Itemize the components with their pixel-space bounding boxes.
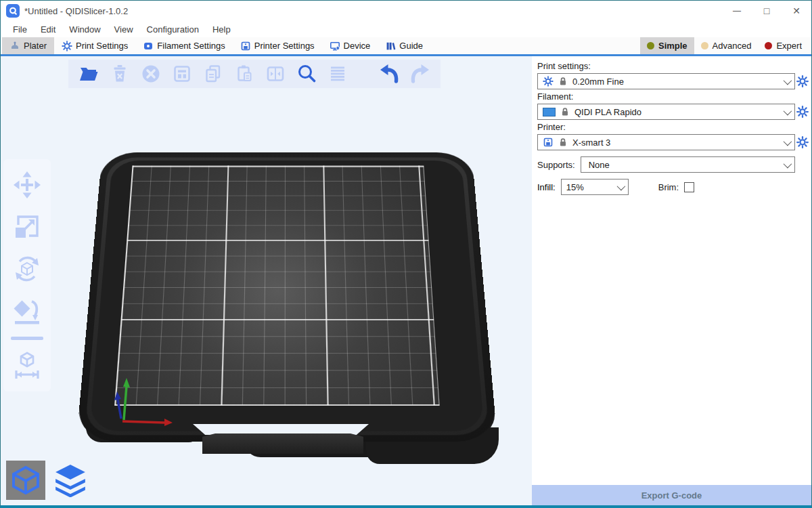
- bed-handle: [202, 433, 363, 454]
- menu-file[interactable]: File: [6, 23, 34, 36]
- advanced-mode-dot: [701, 42, 708, 49]
- editor-3d-view-icon: [9, 464, 42, 496]
- printer-icon: [543, 137, 554, 148]
- menu-view[interactable]: View: [108, 23, 140, 36]
- window-title: *Untitled - QIDISlicer-1.0.2: [24, 6, 128, 16]
- filament-edit-button[interactable]: [795, 106, 810, 118]
- preview-layers-view-button[interactable]: [51, 461, 90, 500]
- close-button[interactable]: ✕: [782, 1, 811, 21]
- chevron-down-icon: [784, 137, 792, 146]
- menu-help[interactable]: Help: [206, 23, 238, 36]
- viewport-toolbar: [68, 60, 441, 88]
- tab-label: Print Settings: [76, 41, 128, 51]
- expert-mode-dot: [765, 42, 772, 49]
- rotate-icon[interactable]: [11, 253, 43, 285]
- print-settings-edit-button[interactable]: [795, 75, 810, 87]
- maximize-button[interactable]: □: [752, 1, 782, 21]
- lock-icon: [558, 77, 568, 86]
- lock-icon: [560, 107, 570, 117]
- filament-value: QIDI PLA Rapido: [574, 107, 779, 117]
- printer-edit-button[interactable]: [795, 136, 810, 148]
- guide-icon: [385, 41, 396, 51]
- tab-print-settings[interactable]: Print Settings: [54, 37, 135, 54]
- mode-simple[interactable]: Simple: [640, 37, 694, 54]
- tab-plater[interactable]: Plater: [2, 37, 54, 54]
- tab-label: Guide: [399, 41, 423, 51]
- title-bar: *Untitled - QIDISlicer-1.0.2 — □ ✕: [1, 1, 811, 21]
- tab-printer-settings[interactable]: Printer Settings: [233, 37, 322, 54]
- place-on-face-icon[interactable]: [11, 295, 43, 327]
- tab-guide[interactable]: Guide: [378, 37, 430, 54]
- filament-dropdown[interactable]: QIDI PLA Rapido: [537, 104, 795, 120]
- app-window: *Untitled - QIDISlicer-1.0.2 — □ ✕ File …: [0, 0, 812, 508]
- tab-label: Printer Settings: [254, 41, 315, 51]
- redo-icon[interactable]: [408, 62, 432, 86]
- bed-handle-gap: [193, 424, 369, 435]
- supports-value: None: [586, 160, 779, 170]
- split-icon[interactable]: [263, 62, 288, 86]
- gear-icon: [796, 106, 809, 118]
- minimize-button[interactable]: —: [722, 1, 752, 21]
- printer-value: X-smart 3: [572, 137, 779, 148]
- printer-icon: [240, 41, 251, 51]
- simple-mode-dot: [647, 42, 654, 49]
- plater-icon: [9, 41, 20, 51]
- tab-label: Device: [344, 41, 371, 51]
- menu-bar: File Edit Window View Configuration Help: [1, 21, 811, 37]
- tab-device[interactable]: Device: [322, 37, 378, 54]
- brim-checkbox[interactable]: [684, 182, 694, 192]
- editor-3d-view-button[interactable]: [6, 461, 45, 500]
- copy-icon[interactable]: [201, 62, 225, 86]
- tab-label: Plater: [24, 41, 47, 51]
- bed-grid-surface: [114, 165, 440, 405]
- toolbar-separator: [11, 337, 43, 340]
- infill-dropdown[interactable]: 15%: [561, 179, 629, 195]
- mode-label: Advanced: [713, 41, 752, 51]
- app-logo-icon: [6, 4, 20, 18]
- 3d-viewport[interactable]: [1, 56, 532, 505]
- supports-dropdown[interactable]: None: [581, 156, 795, 173]
- menu-window[interactable]: Window: [62, 23, 107, 36]
- lock-icon: [558, 137, 568, 147]
- measure-icon[interactable]: [11, 350, 43, 382]
- preview-layers-view-icon: [53, 463, 87, 497]
- filament-color-swatch: [543, 108, 556, 117]
- tab-filament-settings[interactable]: Filament Settings: [135, 37, 232, 54]
- chevron-down-icon: [784, 106, 792, 115]
- device-icon: [330, 41, 340, 51]
- print-settings-value: 0.20mm Fine: [572, 77, 779, 87]
- gear-icon: [796, 136, 809, 148]
- chevron-down-icon: [616, 182, 625, 190]
- open-icon[interactable]: [76, 62, 101, 86]
- filament-label: Filament:: [537, 91, 810, 102]
- mode-label: Simple: [658, 41, 687, 51]
- search-icon[interactable]: [294, 62, 319, 86]
- filament-icon: [143, 41, 154, 51]
- menu-edit[interactable]: Edit: [34, 23, 62, 36]
- layers-list-icon[interactable]: [325, 62, 350, 86]
- chevron-down-icon: [784, 76, 792, 85]
- mode-expert[interactable]: Expert: [758, 37, 809, 54]
- print-settings-dropdown[interactable]: 0.20mm Fine: [537, 73, 795, 89]
- paste-icon[interactable]: [232, 62, 256, 86]
- export-gcode-button[interactable]: Export G-code: [532, 485, 811, 505]
- move-icon[interactable]: [11, 169, 43, 201]
- delete-all-icon[interactable]: [139, 62, 163, 86]
- undo-icon[interactable]: [377, 62, 401, 86]
- mode-selector: Simple Advanced Expert: [640, 37, 811, 54]
- brim-label: Brim:: [658, 182, 679, 192]
- origin-axes: [112, 378, 179, 427]
- print-settings-label: Print settings:: [537, 61, 810, 71]
- gizmo-toolbar: [3, 159, 51, 391]
- delete-icon[interactable]: [108, 62, 132, 86]
- printer-dropdown[interactable]: X-smart 3: [537, 134, 795, 150]
- view-mode-switch: [6, 461, 90, 500]
- scale-icon[interactable]: [11, 211, 43, 243]
- gear-icon: [62, 41, 72, 51]
- gear-icon: [796, 75, 809, 87]
- settings-sidebar: Print settings:: [532, 56, 811, 505]
- arrange-icon[interactable]: [170, 62, 194, 86]
- menu-configuration[interactable]: Configuration: [140, 23, 206, 36]
- mode-advanced[interactable]: Advanced: [694, 37, 759, 54]
- mode-label: Expert: [776, 41, 802, 51]
